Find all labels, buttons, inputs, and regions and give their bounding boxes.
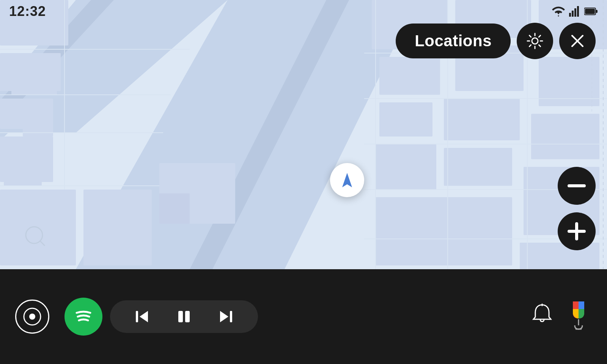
svg-rect-27 bbox=[376, 144, 436, 190]
close-icon bbox=[569, 33, 586, 49]
gear-icon bbox=[525, 31, 544, 50]
close-button[interactable] bbox=[559, 23, 596, 59]
zoom-in-button[interactable] bbox=[558, 212, 596, 250]
svg-rect-15 bbox=[11, 68, 57, 95]
svg-point-64 bbox=[29, 314, 35, 320]
skip-previous-icon bbox=[133, 307, 152, 326]
status-icons bbox=[552, 6, 598, 17]
notification-button[interactable] bbox=[530, 303, 554, 331]
svg-rect-67 bbox=[178, 311, 183, 322]
location-arrow bbox=[330, 163, 364, 197]
bottom-bar bbox=[0, 269, 607, 364]
spotify-icon bbox=[72, 305, 95, 328]
svg-rect-59 bbox=[568, 184, 586, 187]
minus-icon bbox=[568, 184, 586, 187]
svg-rect-55 bbox=[585, 9, 595, 14]
bottom-right-controls bbox=[530, 300, 592, 334]
svg-rect-49 bbox=[569, 13, 571, 17]
svg-rect-51 bbox=[574, 8, 576, 17]
pause-icon bbox=[175, 307, 193, 326]
clock: 12:32 bbox=[9, 3, 46, 19]
microphone-icon bbox=[567, 300, 590, 334]
map-controls-top: Locations bbox=[396, 23, 596, 59]
svg-rect-30 bbox=[376, 197, 512, 265]
wifi-icon bbox=[552, 6, 565, 17]
svg-rect-25 bbox=[444, 99, 520, 140]
google-assistant-button[interactable] bbox=[565, 300, 592, 334]
zoom-controls bbox=[558, 167, 596, 250]
zoom-out-button[interactable] bbox=[558, 167, 596, 205]
home-icon bbox=[23, 307, 42, 326]
svg-rect-12 bbox=[83, 190, 152, 265]
settings-button[interactable] bbox=[517, 23, 553, 59]
svg-rect-28 bbox=[444, 148, 512, 186]
svg-marker-62 bbox=[342, 173, 352, 187]
svg-rect-70 bbox=[230, 311, 232, 322]
svg-rect-52 bbox=[577, 6, 579, 17]
plus-icon bbox=[568, 222, 586, 240]
svg-marker-69 bbox=[220, 311, 228, 322]
svg-rect-61 bbox=[575, 222, 578, 240]
svg-rect-26 bbox=[531, 114, 599, 159]
media-controls bbox=[110, 300, 258, 333]
skip-next-icon bbox=[216, 307, 235, 326]
spotify-button[interactable] bbox=[64, 298, 102, 336]
bottom-left-controls bbox=[15, 298, 258, 336]
svg-point-56 bbox=[532, 38, 538, 44]
bell-icon bbox=[530, 303, 554, 326]
locations-button[interactable]: Locations bbox=[396, 24, 511, 58]
svg-rect-68 bbox=[185, 311, 190, 322]
svg-rect-54 bbox=[596, 10, 598, 13]
navigation-arrow bbox=[338, 171, 357, 190]
battery-icon bbox=[584, 7, 598, 16]
svg-rect-66 bbox=[136, 311, 138, 322]
pause-button[interactable] bbox=[171, 307, 197, 326]
previous-track-button[interactable] bbox=[129, 307, 156, 326]
next-track-button[interactable] bbox=[212, 307, 239, 326]
svg-rect-24 bbox=[379, 102, 432, 136]
status-bar: 12:32 bbox=[0, 0, 607, 23]
svg-rect-14 bbox=[23, 99, 53, 136]
svg-rect-21 bbox=[379, 57, 440, 95]
home-button[interactable] bbox=[15, 300, 49, 334]
signal-icon bbox=[569, 6, 580, 17]
svg-marker-65 bbox=[140, 311, 148, 322]
svg-rect-50 bbox=[572, 11, 574, 17]
svg-rect-13 bbox=[4, 159, 42, 186]
svg-rect-17 bbox=[159, 193, 190, 224]
